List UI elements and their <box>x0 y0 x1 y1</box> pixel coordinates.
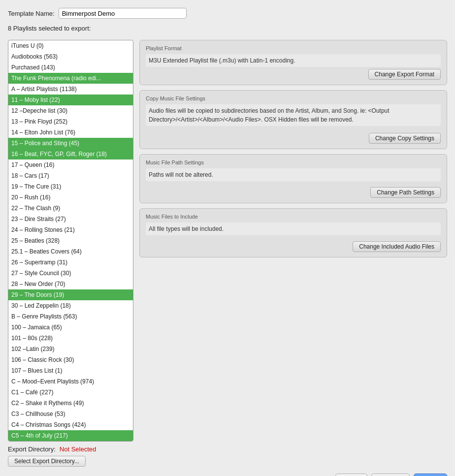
list-item[interactable]: 27 – Style Council (30) <box>8 268 133 279</box>
help-button[interactable]: Help <box>335 474 367 476</box>
audio-files-title: Music Files to Include <box>146 214 441 220</box>
list-item[interactable]: iTunes U (0) <box>8 40 133 51</box>
bottom-bar: Help Cancel Save <box>8 472 447 476</box>
copy-settings-section: Copy Music File Settings Audio files wil… <box>139 90 447 149</box>
copy-settings-description: Audio files will be copied to subdirecto… <box>146 104 441 126</box>
list-item[interactable]: 17 – Queen (16) <box>8 159 133 170</box>
change-path-settings-button[interactable]: Change Path Settings <box>370 187 441 198</box>
main-content: iTunes U (0)Audiobooks (563)Purchased (1… <box>8 40 447 467</box>
list-item[interactable]: 12 –Depeche list (30) <box>8 105 133 116</box>
audio-files-description: All file types will be included. <box>146 222 441 235</box>
list-item[interactable]: B – Genre Playlists (563) <box>8 311 133 322</box>
select-export-dir-button[interactable]: Select Export Directory... <box>8 456 86 467</box>
list-item[interactable]: 11 – Moby list (22) <box>8 95 133 105</box>
list-item[interactable]: C – Mood–Event Playlists (974) <box>8 376 133 387</box>
export-format-section: Playlist Format M3U Extended Playlist fi… <box>139 40 447 85</box>
list-item[interactable]: C4 – Christmas Songs (424) <box>8 419 133 430</box>
list-item[interactable]: 102 –Latin (239) <box>8 344 133 354</box>
audio-files-section: Music Files to Include All file types wi… <box>139 208 447 257</box>
playlist-panel: iTunes U (0)Audiobooks (563)Purchased (1… <box>8 40 133 467</box>
list-item[interactable]: 25 – Beatles (328) <box>8 235 133 246</box>
list-item[interactable]: 101 – 80s (228) <box>8 333 133 344</box>
list-item[interactable]: 13 – Pink Floyd (252) <box>8 116 133 127</box>
export-dir-value: Not Selected <box>60 445 96 453</box>
list-item[interactable]: 25.1 – Beatles Covers (64) <box>8 246 133 257</box>
list-item[interactable]: 19 – The Cure (31) <box>8 181 133 192</box>
list-item[interactable]: 14 – Elton John List (76) <box>8 127 133 138</box>
list-item[interactable]: C3 – Chillhouse (53) <box>8 409 133 419</box>
save-button[interactable]: Save <box>414 474 447 476</box>
export-format-title: Playlist Format <box>146 45 441 51</box>
list-item[interactable]: 22 – The Clash (9) <box>8 203 133 214</box>
list-item[interactable]: 29 – The Doors (19) <box>8 289 133 300</box>
list-item[interactable]: 100 – Jamaica (65) <box>8 322 133 333</box>
change-export-format-button[interactable]: Change Export Format <box>368 69 441 80</box>
list-item[interactable]: 20 – Rush (16) <box>8 192 133 203</box>
list-item[interactable]: Purchased (143) <box>8 62 133 73</box>
main-dialog: Template Name: 8 Playlists selected to e… <box>0 0 455 476</box>
list-item[interactable]: 30 – Led Zeppelin (18) <box>8 300 133 311</box>
path-settings-section: Music File Path Settings Paths will not … <box>139 154 447 203</box>
change-copy-settings-button[interactable]: Change Copy Settings <box>369 133 441 144</box>
list-item[interactable]: 28 – New Order (70) <box>8 279 133 289</box>
copy-settings-title: Copy Music File Settings <box>146 95 441 101</box>
change-included-audio-files-button[interactable]: Change Included Audio Files <box>353 241 441 252</box>
cancel-button[interactable]: Cancel <box>371 474 410 476</box>
list-item[interactable]: C5 – 4th of July (217) <box>8 430 133 441</box>
right-panel: Playlist Format M3U Extended Playlist fi… <box>139 40 447 467</box>
list-item[interactable]: The Funk Phenomena (radio edi... <box>8 73 133 84</box>
template-name-input[interactable] <box>59 8 187 19</box>
list-item[interactable]: C2 – Shake it Rythems (49) <box>8 398 133 409</box>
list-item[interactable]: Audiobooks (563) <box>8 51 133 62</box>
export-format-description: M3U Extended Playlist file (.m3u) with L… <box>146 54 441 67</box>
export-dir-label: Export Directory: <box>8 445 56 453</box>
playlist-list[interactable]: iTunes U (0)Audiobooks (563)Purchased (1… <box>8 40 133 442</box>
list-item[interactable]: C1 – Café (227) <box>8 387 133 398</box>
list-item[interactable]: 18 – Cars (17) <box>8 170 133 181</box>
playlists-count: 8 Playlists selected to export: <box>8 25 447 32</box>
path-settings-description: Paths will not be altered. <box>146 168 441 181</box>
list-item[interactable]: 106 – Classic Rock (30) <box>8 354 133 365</box>
list-item[interactable]: 26 – Supertramp (31) <box>8 257 133 268</box>
template-label: Template Name: <box>8 10 55 17</box>
list-item[interactable]: A – Artist Playlists (1138) <box>8 84 133 95</box>
export-dir-row: Export Directory: Not Selected <box>8 445 133 453</box>
list-item[interactable]: 15 – Police and Sting (45) <box>8 138 133 149</box>
template-row: Template Name: <box>8 8 447 19</box>
list-item[interactable]: 107 – Blues List (1) <box>8 365 133 376</box>
path-settings-title: Music File Path Settings <box>146 159 441 165</box>
list-item[interactable]: 23 – Dire Straits (27) <box>8 214 133 224</box>
list-item[interactable]: 24 – Rolling Stones (21) <box>8 224 133 235</box>
list-item[interactable]: 16 – Beat, FYC, GP, Gift, Roger (18) <box>8 149 133 159</box>
